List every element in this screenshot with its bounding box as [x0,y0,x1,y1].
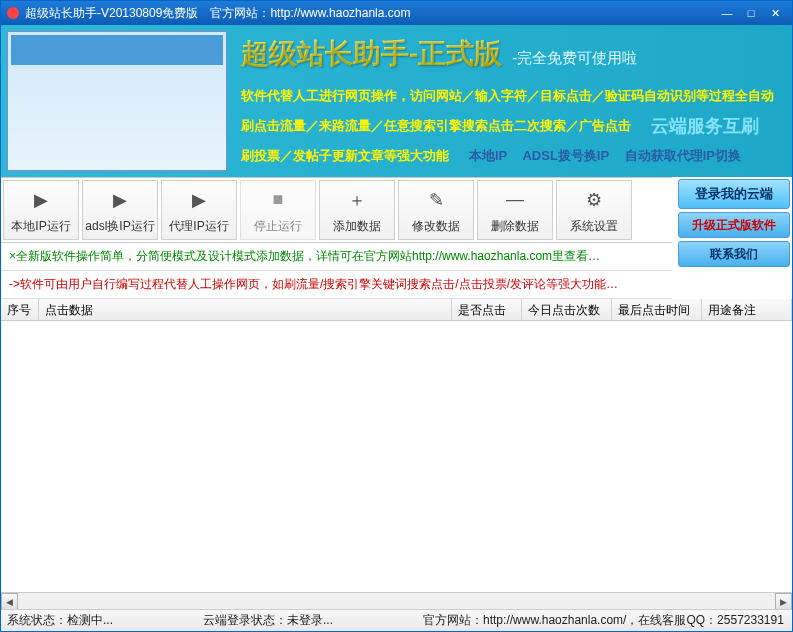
titlebar: 超级站长助手-V20130809免费版 官方网站：http://www.haoz… [1,1,792,25]
tool-label: 本地IP运行 [11,218,70,235]
notice-line-1: ×全新版软件操作简单，分简便模式及设计模式添加数据，详情可在官方网站http:/… [1,243,672,271]
banner-feature-line-1: 软件代替人工进行网页操作，访问网站／输入字符／目标点击／验证码自动识别等过程全自… [241,87,784,105]
banner-feature-line-2: 刷点击流量／来路流量／任意搜索引擎搜索点击二次搜索／广告点击 [241,117,631,135]
close-button[interactable]: ✕ [764,5,786,21]
status-system-label: 系统状态： [7,612,67,629]
contact-button[interactable]: 联系我们 [678,241,790,267]
banner-feature-line-3: 刷投票／发帖子更新文章等强大功能 [241,147,449,165]
window-title: 超级站长助手-V20130809免费版 官方网站：http://www.haoz… [25,5,716,22]
col-click-data[interactable]: 点击数据 [39,299,452,320]
tool-label: 系统设置 [570,218,618,235]
statusbar: 系统状态： 检测中... 云端登录状态： 未登录... 官方网站：http://… [1,609,792,631]
tool-label: 添加数据 [333,218,381,235]
status-cloud-label: 云端登录状态： [203,612,287,629]
tool-label: 修改数据 [412,218,460,235]
run-adsl-button[interactable]: ▶ adsl换IP运行 [82,180,158,240]
status-system-value: 检测中... [67,612,113,629]
table-header: 序号 点击数据 是否点击 今日点击次数 最后点击时间 用途备注 [1,299,792,321]
banner-subtitle: -完全免费可使用啦 [512,49,637,68]
play-icon: ▶ [106,186,134,214]
gear-icon: ⚙ [580,186,608,214]
maximize-button[interactable]: □ [740,5,762,21]
stop-button[interactable]: ■ 停止运行 [240,180,316,240]
ip-label-local: 本地IP [469,148,507,163]
tool-label: adsl换IP运行 [85,218,154,235]
add-data-button[interactable]: ＋ 添加数据 [319,180,395,240]
scroll-left-icon[interactable]: ◀ [1,593,18,609]
play-icon: ▶ [185,186,213,214]
ip-mode-labels: 本地IP ADSL拨号换IP 自动获取代理IP切换 [469,147,753,165]
banner-content: 超级站长助手-正式版 -完全免费可使用啦 软件代替人工进行网页操作，访问网站／输… [233,25,792,177]
notice-lines: ×全新版软件操作简单，分简便模式及设计模式添加数据，详情可在官方网站http:/… [1,243,672,299]
upgrade-button[interactable]: 升级正式版软件 [678,212,790,238]
minimize-button[interactable]: — [716,5,738,21]
tool-label: 停止运行 [254,218,302,235]
pencil-icon: ✎ [422,186,450,214]
app-icon [7,7,19,19]
delete-data-button[interactable]: — 删除数据 [477,180,553,240]
scroll-track[interactable] [18,593,775,609]
ip-label-proxy: 自动获取代理IP切换 [625,148,741,163]
toolbar-area: ▶ 本地IP运行 ▶ adsl换IP运行 ▶ 代理IP运行 ■ 停止运行 ＋ [1,177,792,299]
scroll-right-icon[interactable]: ▶ [775,593,792,609]
edit-data-button[interactable]: ✎ 修改数据 [398,180,474,240]
tool-label: 代理IP运行 [169,218,228,235]
col-index[interactable]: 序号 [1,299,39,320]
status-cloud-value: 未登录... [287,612,333,629]
data-table: 序号 点击数据 是否点击 今日点击次数 最后点击时间 用途备注 ◀ ▶ [1,299,792,609]
col-remark[interactable]: 用途备注 [702,299,792,320]
window-controls: — □ ✕ [716,5,786,21]
status-website: 官方网站：http://www.haozhanla.com/，在线客服QQ：25… [423,612,784,629]
tool-label: 删除数据 [491,218,539,235]
ip-label-adsl: ADSL拨号换IP [522,148,609,163]
col-today-count[interactable]: 今日点击次数 [522,299,612,320]
banner: 超级站长助手-正式版 -完全免费可使用啦 软件代替人工进行网页操作，访问网站／输… [1,25,792,177]
banner-title: 超级站长助手-正式版 [241,35,502,73]
table-body [1,321,792,592]
run-proxy-button[interactable]: ▶ 代理IP运行 [161,180,237,240]
toolbar: ▶ 本地IP运行 ▶ adsl换IP运行 ▶ 代理IP运行 ■ 停止运行 ＋ [1,177,672,243]
horizontal-scrollbar[interactable]: ◀ ▶ [1,592,792,609]
play-icon: ▶ [27,186,55,214]
banner-preview-thumbnail [7,31,227,171]
stop-icon: ■ [264,186,292,214]
settings-button[interactable]: ⚙ 系统设置 [556,180,632,240]
col-last-time[interactable]: 最后点击时间 [612,299,702,320]
cloud-login-button[interactable]: 登录我的云端 [678,179,790,209]
notice-line-2: ->软件可由用户自行编写过程代替人工操作网页，如刷流量/搜索引擎关键词搜索点击/… [1,271,672,299]
side-button-panel: 登录我的云端 升级正式版软件 联系我们 [672,177,792,299]
col-is-click[interactable]: 是否点击 [452,299,522,320]
minus-icon: — [501,186,529,214]
cloud-service-tag: 云端服务互刷 [651,114,759,138]
run-local-ip-button[interactable]: ▶ 本地IP运行 [3,180,79,240]
app-window: 超级站长助手-V20130809免费版 官方网站：http://www.haoz… [0,0,793,632]
plus-icon: ＋ [343,186,371,214]
